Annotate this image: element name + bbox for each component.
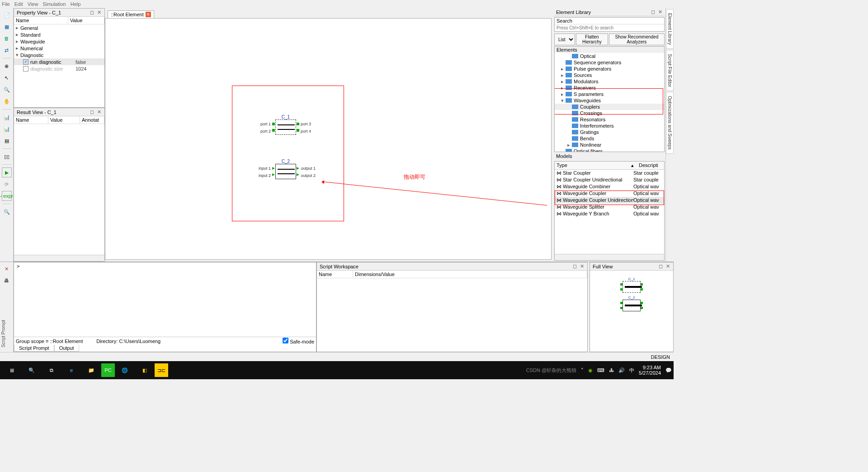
tree-item[interactable]: Optical fibers — [555, 148, 664, 152]
tool-delete-icon[interactable]: 🗑 — [2, 33, 12, 43]
tab-root-element[interactable]: ::Root Element ✕ — [108, 10, 154, 18]
tool-wand-icon[interactable]: 🔍 — [2, 207, 12, 217]
model-row[interactable]: ⋈Star CouplerStar couple — [555, 170, 664, 176]
prop-col-name[interactable]: Name — [14, 17, 68, 24]
tool-expr-icon[interactable]: ✓expr — [2, 191, 12, 201]
models-col-desc[interactable]: Descripti — [637, 162, 664, 169]
close-icon[interactable]: ✕ — [96, 109, 102, 115]
canvas-element-c2[interactable]: C_2 input 1 input 2 output 1 output 2 — [275, 159, 296, 179]
tool-swap-icon[interactable]: ⇄ — [2, 45, 12, 55]
tab-close-icon[interactable]: ✕ — [146, 12, 151, 17]
side-tab-element-library[interactable]: Element Library — [666, 9, 674, 49]
tray-volume-icon[interactable]: 🔊 — [618, 367, 625, 373]
tool-target-icon[interactable]: ⊕ — [2, 61, 12, 71]
menu-help[interactable]: Help — [71, 1, 81, 7]
tree-item[interactable]: Gratings — [555, 129, 664, 135]
tray-ime-icon[interactable]: 中 — [629, 367, 634, 374]
notifications-icon[interactable]: 💬 — [665, 367, 672, 373]
tab-output[interactable]: Output — [54, 345, 79, 352]
sort-icon[interactable]: ▴ — [628, 162, 637, 169]
tree-item[interactable]: Resonators — [555, 116, 664, 123]
model-row[interactable]: ⋈Waveguide CombinerOptical wav — [555, 183, 664, 190]
tool-layers-icon[interactable]: ▦ — [2, 22, 12, 32]
side-tabs: Element Library Script File Editor Optim… — [665, 8, 674, 262]
chrome-icon[interactable]: 🌐 — [115, 362, 135, 378]
tree-item[interactable]: Interferometers — [555, 123, 664, 129]
tool-pointer-icon[interactable]: ↖ — [2, 73, 12, 83]
close-icon[interactable]: ✕ — [579, 263, 585, 269]
search-input[interactable] — [555, 24, 664, 31]
close-icon[interactable]: ✕ — [665, 263, 670, 269]
view-mode-select[interactable]: List — [554, 33, 575, 45]
tool-chart2-icon[interactable]: 📊 — [2, 124, 12, 134]
menu-simulation[interactable]: Simulation — [42, 1, 66, 7]
edge-icon[interactable]: e — [61, 362, 81, 378]
scrollbar-h[interactable] — [14, 255, 104, 261]
prop-col-value[interactable]: Value — [68, 17, 104, 24]
tool-zoom-icon[interactable]: 🔍 — [2, 85, 12, 95]
design-canvas[interactable]: C_1 port 1 port 2 port 3 port 4 C_2 — [105, 18, 552, 260]
tree-item[interactable]: ▸Nonlinear — [555, 142, 664, 148]
task-view-icon[interactable]: ⧉ — [42, 362, 61, 378]
tree-item[interactable]: Optical — [555, 53, 664, 59]
tray-network-icon[interactable]: 🖧 — [609, 367, 614, 373]
property-tree[interactable]: ▸General ▸Standard ▸Waveguide ▸Numerical… — [14, 24, 104, 107]
models-col-type[interactable]: Type — [555, 162, 628, 169]
tray-chevron-icon[interactable]: ˄ — [581, 367, 584, 373]
menu-view[interactable]: View — [28, 1, 38, 7]
tree-item[interactable]: ▸Modulators — [555, 78, 664, 85]
print-icon[interactable]: 🖶 — [2, 276, 12, 286]
tool-new-icon[interactable]: 📄 — [2, 10, 12, 20]
search-icon[interactable]: 🔍 — [22, 362, 42, 378]
windows-taskbar: ⊞ 🔍 ⧉ e 📁 PC 🌐 ◧ ⊐⊏ CSDN @轩杂的大熊猫 ˄ ◉ ⌨ 🖧… — [0, 361, 674, 379]
tree-item[interactable]: Sequence generators — [555, 59, 664, 66]
res-col-annotate[interactable]: Annotat — [80, 116, 104, 124]
explorer-icon[interactable]: 📁 — [81, 362, 101, 378]
script-prompt-input[interactable]: > — [14, 262, 316, 337]
taskbar-time[interactable]: 9:23 AM — [639, 365, 661, 370]
recommend-button[interactable]: Show Recommended Analyzers — [609, 33, 665, 45]
flatten-button[interactable]: Flatten Hierarchy — [576, 33, 608, 45]
undock-icon[interactable]: ◻ — [650, 9, 656, 15]
close-icon[interactable]: ✕ — [657, 9, 663, 15]
undock-icon[interactable]: ◻ — [89, 109, 94, 115]
side-tab-script-editor[interactable]: Script File Editor — [666, 50, 674, 91]
menu-edit[interactable]: Edit — [14, 1, 23, 7]
canvas-element-c1[interactable]: C_1 port 1 port 2 port 3 port 4 — [275, 114, 296, 135]
tool-refresh-icon[interactable]: ⟳ — [2, 179, 12, 189]
script-prompt-vert-label: Script Prompt — [1, 320, 6, 348]
tool-pan-icon[interactable]: ✋ — [2, 96, 12, 106]
checkbox-icon[interactable] — [23, 66, 28, 72]
close-icon[interactable]: ✕ — [96, 10, 102, 15]
tool-bars-icon[interactable]: ▯▯ — [2, 152, 12, 162]
menu-file[interactable]: File — [2, 1, 10, 7]
tool-run-icon[interactable]: ▶ — [2, 167, 12, 177]
scrollbar-h[interactable] — [555, 254, 664, 260]
safe-mode-checkbox[interactable] — [283, 338, 288, 343]
tool-chart1-icon[interactable]: 📊 — [2, 112, 12, 122]
prop-diagnostic-size[interactable]: diagnostic size 1024 — [14, 65, 104, 72]
app-icon[interactable]: ◧ — [135, 362, 155, 378]
model-row[interactable]: ⋈Waveguide Y BranchOptical wav — [555, 210, 664, 217]
start-button[interactable]: ⊞ — [2, 362, 22, 378]
taskbar-date[interactable]: 5/27/2024 — [639, 370, 661, 376]
tab-script-prompt[interactable]: Script Prompt — [14, 345, 54, 352]
checkbox-icon[interactable]: ✓ — [23, 59, 28, 65]
tree-item[interactable]: ▸Sources — [555, 72, 664, 78]
tree-item[interactable]: ▸Pulse generators — [555, 66, 664, 72]
undock-icon[interactable]: ◻ — [572, 263, 577, 269]
tray-keyboard-icon[interactable]: ⌨ — [597, 367, 604, 373]
undock-icon[interactable]: ◻ — [658, 263, 663, 269]
res-col-value[interactable]: Value — [48, 116, 80, 124]
x-icon[interactable]: ✕ — [2, 264, 12, 274]
side-tab-optimizations[interactable]: Optimizations and Sweeps — [666, 92, 674, 153]
tool-grid-icon[interactable]: ▤ — [2, 136, 12, 146]
prop-run-diagnostic[interactable]: ✓ run diagnostic false — [14, 58, 104, 65]
undock-icon[interactable]: ◻ — [89, 10, 94, 15]
lumerical-icon[interactable]: ⊐⊏ — [155, 363, 168, 377]
tray-nvidia-icon[interactable]: ◉ — [588, 367, 593, 373]
model-row[interactable]: ⋈Star Coupler UnidirectionalStar couple — [555, 176, 664, 183]
tree-item[interactable]: Bends — [555, 135, 664, 142]
pycharm-icon[interactable]: PC — [101, 363, 115, 377]
res-col-name[interactable]: Name — [14, 116, 48, 124]
